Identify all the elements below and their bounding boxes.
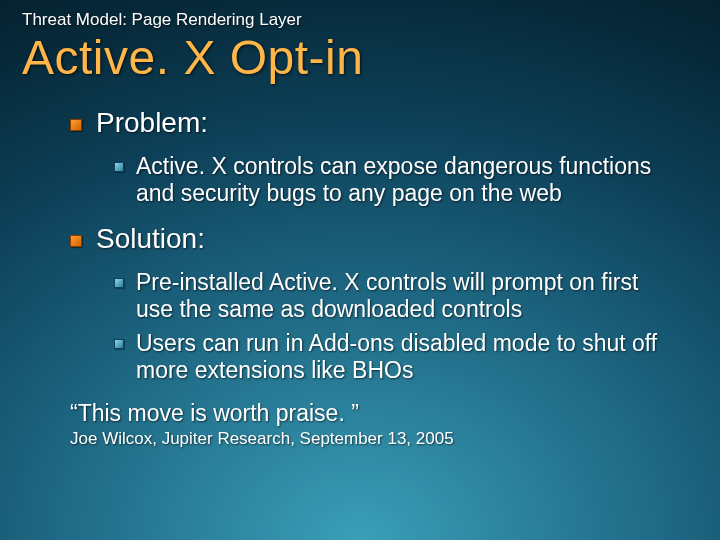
square-bullet-icon [114,162,124,172]
square-bullet-icon [70,235,82,247]
list-item: Active. X controls can expose dangerous … [114,153,700,207]
square-bullet-icon [114,278,124,288]
square-bullet-icon [70,119,82,131]
list-item: Pre-installed Active. X controls will pr… [114,269,700,323]
slide-title: Active. X Opt-in [22,30,700,85]
list-item-text: Pre-installed Active. X controls will pr… [136,269,676,323]
section-problem-items: Active. X controls can expose dangerous … [70,153,700,207]
section-heading: Solution: [96,223,205,255]
section-heading: Problem: [96,107,208,139]
slide-eyebrow: Threat Model: Page Rendering Layer [22,10,700,30]
list-item-text: Active. X controls can expose dangerous … [136,153,676,207]
list-item-text: Users can run in Add-ons disabled mode t… [136,330,676,384]
section-problem: Problem: [70,107,700,139]
section-solution: Solution: [70,223,700,255]
section-solution-items: Pre-installed Active. X controls will pr… [70,269,700,384]
slide-attribution: Joe Wilcox, Jupiter Research, September … [70,429,700,449]
list-item: Users can run in Add-ons disabled mode t… [114,330,700,384]
square-bullet-icon [114,339,124,349]
slide-quote: “This move is worth praise. ” [70,400,700,427]
slide-content: Problem: Active. X controls can expose d… [20,107,700,449]
